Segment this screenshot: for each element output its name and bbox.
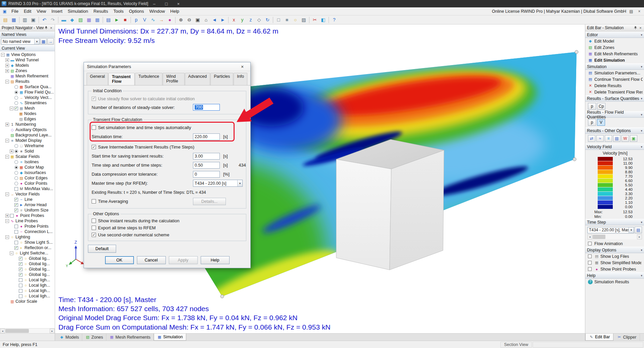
tree-radio[interactable]: [14, 144, 18, 148]
collapse-icon[interactable]: −: [5, 219, 9, 223]
mesh-refinements-button[interactable]: ▦: [85, 16, 93, 24]
section-velocity-field[interactable]: Velocity Field▾: [585, 143, 644, 150]
tree-item-local-ligh[interactable]: ○Local ligh...: [0, 283, 55, 288]
simulation-parameters-button[interactable]: ▤: [104, 16, 112, 24]
collapse-icon[interactable]: −: [5, 235, 9, 239]
tree-radio[interactable]: [14, 101, 18, 105]
tree-item-streamlines[interactable]: ∿Streamlines: [0, 100, 55, 106]
isolines-button[interactable]: ≡: [605, 135, 612, 142]
tree-item-surface-qua[interactable]: ▦Surface Qua...: [0, 84, 55, 90]
editbar-item-delete-transient-flow-result[interactable]: ✕Delete Transient Flow Result...: [585, 89, 644, 95]
editbar-item-delete-results[interactable]: ✕Delete Results: [585, 82, 644, 89]
menu-tools[interactable]: Tools: [111, 8, 126, 15]
section-flow-field-quantities[interactable]: Results - Flow Field Quantities▾: [585, 111, 644, 118]
redo-button[interactable]: ↷: [49, 16, 57, 24]
tree-item-flow-field-qu[interactable]: ▦Flow Field Qu...: [0, 90, 55, 95]
close-icon[interactable]: ×: [638, 25, 643, 31]
section-plane-button[interactable]: ◧: [319, 16, 327, 24]
display-option-show-point-probes[interactable]: ●Show Point Probes: [585, 266, 644, 272]
surface-pressure-button[interactable]: p: [132, 16, 140, 24]
compression-input[interactable]: 0: [193, 171, 220, 178]
pin-icon[interactable]: [44, 25, 49, 31]
tree-item-color-scale[interactable]: ▥Color Scale: [0, 299, 55, 304]
render-canvas[interactable]: Z Y X Wind Tunnel Dimensions: Dx = 227.3…: [55, 24, 585, 333]
tree-horizontal-scrollbar[interactable]: ◄ ►: [0, 328, 55, 333]
close-icon[interactable]: ×: [49, 25, 54, 31]
document-tab-mesh-refinements[interactable]: ▦Mesh Refinements: [106, 334, 154, 341]
checkbox[interactable]: [92, 219, 96, 223]
time-step-combobox[interactable]: T434 - 220.00 [s], Mast ▾: [587, 227, 634, 233]
tree-item-probe-points[interactable]: ●Probe Points: [0, 224, 55, 229]
clipper-button[interactable]: ✂: [311, 16, 319, 24]
dialog-tab-info[interactable]: Info: [234, 73, 247, 85]
tree-checkbox[interactable]: [14, 203, 18, 207]
view-y-button[interactable]: y: [238, 16, 246, 24]
dialog-close-icon[interactable]: ×: [237, 63, 247, 70]
expand-icon[interactable]: +: [5, 123, 9, 126]
tree-checkbox[interactable]: [19, 262, 22, 266]
tree-item-arrow-head[interactable]: ►Arrow Head: [0, 202, 55, 208]
section-editor[interactable]: Editor▾: [585, 32, 644, 38]
tree-radio[interactable]: [14, 160, 18, 164]
tree-radio[interactable]: [14, 85, 18, 89]
collapse-icon[interactable]: −: [5, 139, 9, 142]
scroll-right-icon[interactable]: ►: [637, 234, 642, 239]
tree-item-global-lig[interactable]: ○Global lig...: [0, 261, 55, 267]
dialog-option-export-all-time-steps-to-rfem[interactable]: Export all time steps to RFEM: [92, 224, 243, 231]
section-simulation[interactable]: Simulation▾: [585, 63, 644, 70]
wireframe-display-button[interactable]: □: [275, 16, 283, 24]
dialog-tab-particles[interactable]: Particles: [210, 73, 233, 85]
previous-view-button[interactable]: ◄: [210, 16, 218, 24]
watermark-button[interactable]: W: [622, 135, 629, 142]
zoom-in-button[interactable]: ⊕: [177, 16, 185, 24]
stop-calculation-button[interactable]: ■: [121, 16, 129, 24]
print-button[interactable]: ▤: [628, 8, 634, 14]
dialog-tab-turbulence[interactable]: Turbulence: [135, 73, 162, 85]
section-display-options[interactable]: Display Options▾: [585, 247, 644, 253]
editbar-item-edit-simulation[interactable]: ▦Edit Simulation: [585, 57, 644, 63]
zoom-out-button[interactable]: ⊖: [185, 16, 193, 24]
tree-item-line-probes[interactable]: −∿Line Probes: [0, 218, 55, 224]
tree-checkbox[interactable]: [19, 284, 22, 287]
tree-item-numbering[interactable]: +1Numbering: [0, 122, 55, 127]
tree-item-global-lig[interactable]: ○Global lig...: [0, 267, 55, 272]
flow-animation-option[interactable]: Flow Animation: [585, 240, 644, 247]
tree-item-light-switche[interactable]: −○Light Switche...: [0, 250, 55, 256]
expand-icon[interactable]: +: [10, 150, 13, 153]
tree-radio[interactable]: [14, 171, 18, 175]
collapse-icon[interactable]: −: [10, 107, 13, 110]
menu-results[interactable]: Results: [91, 8, 111, 15]
scroll-left-icon[interactable]: ◄: [587, 234, 592, 239]
menu-simulation[interactable]: Simulation: [65, 8, 91, 15]
checkbox[interactable]: [588, 267, 592, 271]
section-help[interactable]: Help▾: [585, 272, 644, 279]
steady-solver-checkbox[interactable]: [92, 97, 96, 101]
tree-item-lighting[interactable]: −○Lighting: [0, 234, 55, 240]
legend-table-button[interactable]: ▤: [613, 135, 621, 142]
undo-button[interactable]: ↶: [40, 16, 48, 24]
tree-item-mesh-refinement[interactable]: ▦Mesh Refinement: [0, 73, 55, 79]
simulation-time-input[interactable]: 220.00: [193, 133, 220, 140]
point-probe-button[interactable]: ●: [166, 16, 174, 24]
section-surface-quantities[interactable]: Results - Surface Quantities▾: [585, 95, 644, 102]
close-window-button[interactable]: ×: [172, 0, 185, 7]
panel-tab-edit-bar[interactable]: ✎Edit Bar: [585, 334, 613, 341]
plane-corner-handle[interactable]: [573, 158, 576, 161]
expand-icon[interactable]: +: [5, 58, 9, 62]
expand-icon[interactable]: +: [5, 214, 9, 218]
panel-tab-clipper[interactable]: ✂Clipper: [613, 334, 640, 341]
checkbox[interactable]: [588, 261, 592, 265]
expand-icon[interactable]: +: [5, 64, 9, 67]
tree-checkbox[interactable]: [19, 273, 22, 277]
named-views-combobox[interactable]: No named view ▾: [1, 38, 40, 45]
maximize-button[interactable]: □: [160, 0, 172, 7]
fit-to-window-button[interactable]: ⌂: [202, 16, 210, 24]
editbar-item-edit-zones[interactable]: ▧Edit Zones: [585, 44, 644, 51]
tree-item-uniform-size[interactable]: ≡Uniform Size: [0, 208, 55, 213]
tree-checkbox[interactable]: [14, 230, 18, 234]
minimize-button[interactable]: –: [148, 0, 160, 7]
tree-checkbox[interactable]: [14, 198, 18, 201]
tree-item-models[interactable]: +◆Models: [0, 63, 55, 68]
time-step-list-button[interactable]: ▤: [635, 227, 642, 233]
tree-checkbox[interactable]: [14, 209, 18, 212]
